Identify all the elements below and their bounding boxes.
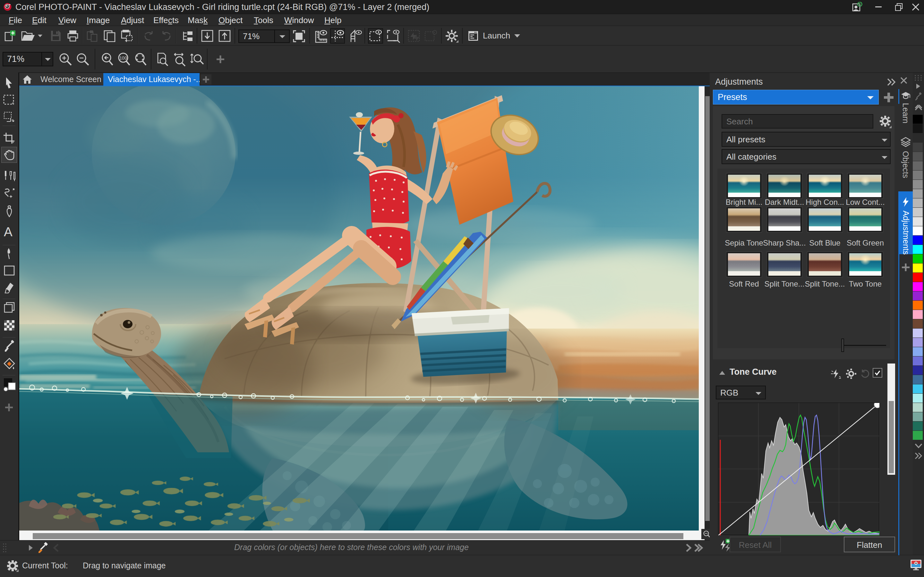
- svg-text:100: 100: [120, 55, 127, 61]
